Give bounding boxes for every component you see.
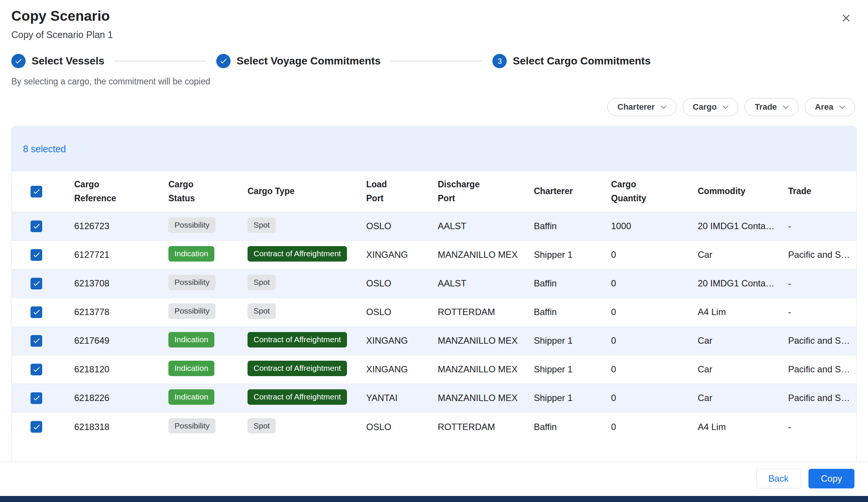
- cargo-quantity-cell: 0: [605, 240, 692, 269]
- trade-cell: -: [782, 412, 856, 441]
- cargo-type-cell: Contract of Affreightment: [241, 240, 360, 269]
- chevron-down-icon: [839, 106, 845, 109]
- filter-button-area[interactable]: Area: [805, 98, 855, 116]
- table-row[interactable]: 6127721 Indication Contract of Affreight…: [12, 240, 856, 269]
- row-checkbox[interactable]: [31, 278, 42, 289]
- charterer-cell: Baffin: [528, 212, 605, 240]
- cargo-status-badge: Possibility: [168, 217, 215, 233]
- trade-cell: -: [782, 298, 856, 326]
- check-icon: [32, 279, 41, 288]
- cargo-status-cell: Indication: [162, 355, 241, 384]
- cargo-type-cell: Contract of Affreightment: [241, 355, 360, 384]
- check-icon: [32, 423, 41, 431]
- row-checkbox-cell: [12, 212, 68, 240]
- cargo-quantity-cell: 0: [605, 412, 692, 441]
- discharge-port-cell: MANZANILLO MEX: [432, 355, 528, 384]
- charterer-cell: Baffin: [528, 269, 605, 298]
- stepper: Select Vessels Select Voyage Commitments…: [0, 54, 868, 68]
- row-checkbox-cell: [12, 412, 68, 441]
- discharge-port-cell: AALST: [432, 269, 528, 298]
- back-button[interactable]: Back: [756, 469, 801, 488]
- cargo-status-badge: Indication: [168, 332, 214, 347]
- commodity-cell: Car: [692, 355, 782, 384]
- stepper-step[interactable]: 3 Select Cargo Commitments: [492, 54, 651, 68]
- check-icon: [32, 187, 41, 196]
- copy-scenario-dialog: Copy Scenario Copy of Scenario Plan 1 Se…: [0, 0, 868, 467]
- row-checkbox[interactable]: [31, 249, 42, 261]
- cargo-quantity-cell: 0: [605, 355, 692, 384]
- chevron-down-icon: [661, 106, 666, 109]
- close-button[interactable]: [838, 10, 854, 26]
- check-icon: [14, 57, 23, 65]
- cargo-type-badge: Contract of Affreightment: [248, 246, 347, 261]
- table-row[interactable]: 6218226 Indication Contract of Affreight…: [12, 384, 856, 412]
- column-header: Trade: [782, 171, 856, 212]
- step-label: Select Cargo Commitments: [513, 55, 651, 67]
- load-port-cell: XINGANG: [360, 326, 432, 355]
- cargo-type-badge: Contract of Affreightment: [248, 332, 347, 347]
- trade-cell: Pacific and So…: [782, 384, 856, 412]
- column-header: Cargo Type: [241, 171, 360, 212]
- table-row[interactable]: 6218120 Indication Contract of Affreight…: [12, 355, 856, 384]
- cargo-type-badge: Spot: [248, 217, 276, 233]
- commodity-cell: Car: [692, 240, 782, 269]
- table-row[interactable]: 6126723 Possibility Spot OSLO AALST Baff…: [12, 212, 856, 240]
- copy-button[interactable]: Copy: [808, 469, 854, 488]
- charterer-cell: Baffin: [528, 412, 605, 441]
- table-row[interactable]: 6218318 Possibility Spot OSLO ROTTERDAM …: [12, 412, 856, 441]
- stepper-step[interactable]: Select Vessels: [11, 54, 104, 68]
- load-port-cell: OSLO: [360, 412, 432, 441]
- cargo-quantity-cell: 0: [605, 384, 692, 412]
- commodity-cell: 20 IMDG1 Conta…: [692, 269, 782, 298]
- app-bottom-bar: [0, 496, 868, 502]
- commodity-cell: A4 Lim: [692, 412, 782, 441]
- table-row[interactable]: 6217649 Indication Contract of Affreight…: [12, 326, 856, 355]
- table-row[interactable]: 6213778 Possibility Spot OSLO ROTTERDAM …: [12, 298, 856, 326]
- trade-cell: Pacific and So…: [782, 355, 856, 384]
- charterer-cell: Baffin: [528, 298, 605, 326]
- filter-row: Charterer Cargo Trade Area: [0, 98, 868, 116]
- cargo-type-cell: Spot: [241, 269, 360, 298]
- row-checkbox[interactable]: [31, 421, 42, 433]
- dialog-header: Copy Scenario Copy of Scenario Plan 1: [0, 0, 868, 40]
- cargo-status-cell: Possibility: [162, 412, 241, 441]
- cargo-reference-cell: 6217649: [68, 326, 162, 355]
- discharge-port-cell: ROTTERDAM: [432, 412, 528, 441]
- select-all-cell: [12, 171, 68, 212]
- load-port-cell: YANTAI: [360, 384, 432, 412]
- filter-button-cargo[interactable]: Cargo: [683, 98, 739, 116]
- cargo-quantity-cell: 1000: [605, 212, 692, 240]
- cargo-table: Cargo ReferenceCargo StatusCargo TypeLoa…: [12, 171, 856, 441]
- selected-count: 8 selected: [23, 144, 66, 155]
- filter-label: Charterer: [617, 102, 655, 112]
- column-header: Commodity: [692, 171, 782, 212]
- row-checkbox[interactable]: [31, 364, 42, 375]
- trade-cell: Pacific and So…: [782, 240, 856, 269]
- cargo-reference-cell: 6218226: [68, 384, 162, 412]
- stepper-step[interactable]: Select Voyage Commitments: [216, 54, 381, 68]
- charterer-cell: Shipper 1: [528, 326, 605, 355]
- discharge-port-cell: MANZANILLO MEX: [432, 384, 528, 412]
- commodity-cell: Car: [692, 326, 782, 355]
- page-title: Copy Scenario: [11, 8, 113, 24]
- dialog-subtitle: Copy of Scenario Plan 1: [11, 29, 113, 40]
- column-header: Charterer: [528, 171, 605, 212]
- check-icon: [32, 308, 41, 316]
- load-port-cell: XINGANG: [360, 240, 432, 269]
- row-checkbox[interactable]: [31, 306, 42, 318]
- select-all-checkbox[interactable]: [31, 186, 42, 197]
- discharge-port-cell: MANZANILLO MEX: [432, 326, 528, 355]
- row-checkbox[interactable]: [31, 220, 42, 232]
- trade-cell: -: [782, 269, 856, 298]
- cargo-quantity-cell: 0: [605, 298, 692, 326]
- row-checkbox-cell: [12, 269, 68, 298]
- filter-button-trade[interactable]: Trade: [744, 98, 799, 116]
- filter-button-charterer[interactable]: Charterer: [607, 98, 677, 116]
- table-row[interactable]: 6213708 Possibility Spot OSLO AALST Baff…: [12, 269, 856, 298]
- load-port-cell: OSLO: [360, 269, 432, 298]
- row-checkbox[interactable]: [31, 335, 42, 347]
- step-label: Select Vessels: [32, 55, 104, 67]
- cargo-status-cell: Indication: [162, 384, 241, 412]
- filter-label: Cargo: [693, 102, 717, 112]
- row-checkbox[interactable]: [31, 392, 42, 404]
